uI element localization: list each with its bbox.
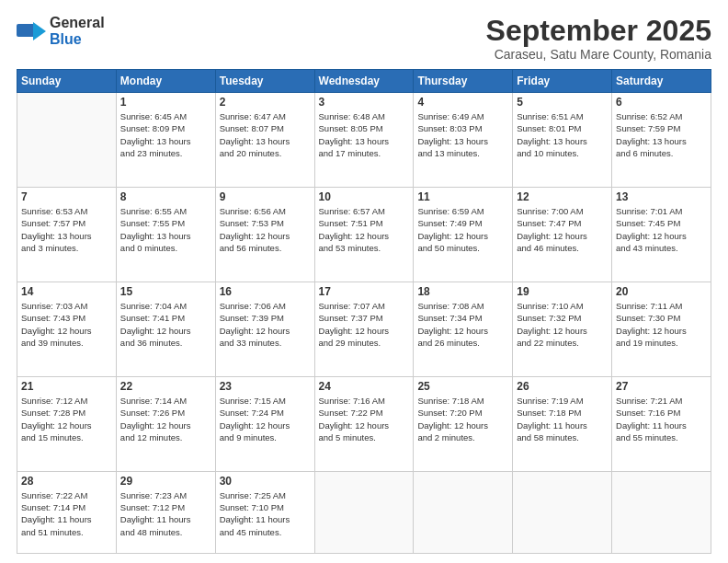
day-info: Sunrise: 7:21 AM Sunset: 7:16 PM Dayligh… [616,395,707,443]
day-info: Sunrise: 7:06 AM Sunset: 7:39 PM Dayligh… [220,300,311,349]
day-info: Sunrise: 6:53 AM Sunset: 7:57 PM Dayligh… [21,205,112,254]
table-row: 9Sunrise: 6:56 AM Sunset: 7:53 PM Daylig… [215,188,314,282]
table-row: 14Sunrise: 7:03 AM Sunset: 7:43 PM Dayli… [17,282,117,377]
day-number: 26 [517,380,608,393]
col-sunday: Sunday [17,70,117,93]
day-number: 17 [319,285,410,298]
table-row: 6Sunrise: 6:52 AM Sunset: 7:59 PM Daylig… [612,93,711,188]
table-row: 27Sunrise: 7:21 AM Sunset: 7:16 PM Dayli… [612,376,711,471]
table-row: 30Sunrise: 7:25 AM Sunset: 7:10 PM Dayli… [215,471,314,553]
day-number: 13 [616,190,707,203]
table-row [17,93,117,188]
day-number: 3 [319,96,410,109]
table-row: 25Sunrise: 7:18 AM Sunset: 7:20 PM Dayli… [414,376,513,471]
day-info: Sunrise: 7:14 AM Sunset: 7:26 PM Dayligh… [120,395,211,443]
day-number: 10 [319,190,410,203]
day-info: Sunrise: 7:03 AM Sunset: 7:43 PM Dayligh… [21,300,112,349]
day-number: 25 [417,380,508,393]
day-number: 30 [220,475,311,488]
table-row: 2Sunrise: 6:47 AM Sunset: 8:07 PM Daylig… [215,93,314,188]
table-row: 28Sunrise: 7:22 AM Sunset: 7:14 PM Dayli… [17,471,117,553]
day-number: 28 [21,475,112,488]
day-number: 2 [220,96,311,109]
day-number: 12 [517,190,608,203]
col-monday: Monday [116,70,215,93]
day-number: 6 [616,96,707,109]
day-info: Sunrise: 7:25 AM Sunset: 7:10 PM Dayligh… [220,489,311,538]
day-info: Sunrise: 7:00 AM Sunset: 7:47 PM Dayligh… [517,205,608,254]
svg-rect-0 [17,24,35,37]
table-row: 3Sunrise: 6:48 AM Sunset: 8:05 PM Daylig… [314,93,414,188]
day-info: Sunrise: 6:55 AM Sunset: 7:55 PM Dayligh… [120,205,211,254]
day-info: Sunrise: 7:01 AM Sunset: 7:45 PM Dayligh… [616,205,707,254]
day-info: Sunrise: 7:18 AM Sunset: 7:20 PM Dayligh… [417,395,508,443]
day-number: 22 [120,380,211,393]
day-number: 7 [21,190,112,203]
table-row: 13Sunrise: 7:01 AM Sunset: 7:45 PM Dayli… [612,188,711,282]
title-section: September 2025 Caraseu, Satu Mare County… [486,15,711,62]
table-row [612,471,711,553]
logo-icon [17,20,46,42]
table-row: 8Sunrise: 6:55 AM Sunset: 7:55 PM Daylig… [116,188,215,282]
day-info: Sunrise: 6:47 AM Sunset: 8:07 PM Dayligh… [220,110,311,159]
table-row: 29Sunrise: 7:23 AM Sunset: 7:12 PM Dayli… [116,471,215,553]
day-number: 24 [319,380,410,393]
table-row: 18Sunrise: 7:08 AM Sunset: 7:34 PM Dayli… [414,282,513,377]
table-row: 23Sunrise: 7:15 AM Sunset: 7:24 PM Dayli… [215,376,314,471]
day-info: Sunrise: 7:19 AM Sunset: 7:18 PM Dayligh… [517,395,608,443]
day-info: Sunrise: 6:57 AM Sunset: 7:51 PM Dayligh… [319,205,410,254]
table-row: 24Sunrise: 7:16 AM Sunset: 7:22 PM Dayli… [314,376,414,471]
day-number: 27 [616,380,707,393]
day-number: 14 [21,285,112,298]
day-info: Sunrise: 6:59 AM Sunset: 7:49 PM Dayligh… [417,205,508,254]
table-row [513,471,612,553]
day-number: 21 [21,380,112,393]
day-number: 11 [417,190,508,203]
col-saturday: Saturday [612,70,711,93]
day-number: 29 [120,475,211,488]
day-info: Sunrise: 7:11 AM Sunset: 7:30 PM Dayligh… [616,300,707,349]
day-number: 5 [517,96,608,109]
logo-general: General [50,15,105,30]
day-number: 18 [417,285,508,298]
day-info: Sunrise: 6:45 AM Sunset: 8:09 PM Dayligh… [120,110,211,159]
table-row: 4Sunrise: 6:49 AM Sunset: 8:03 PM Daylig… [414,93,513,188]
day-info: Sunrise: 7:22 AM Sunset: 7:14 PM Dayligh… [21,489,112,538]
table-row: 20Sunrise: 7:11 AM Sunset: 7:30 PM Dayli… [612,282,711,377]
table-row: 5Sunrise: 6:51 AM Sunset: 8:01 PM Daylig… [513,93,612,188]
day-info: Sunrise: 7:15 AM Sunset: 7:24 PM Dayligh… [220,395,311,443]
day-info: Sunrise: 6:51 AM Sunset: 8:01 PM Dayligh… [517,110,608,159]
day-number: 23 [220,380,311,393]
header: General Blue September 2025 Caraseu, Sat… [17,15,711,62]
day-number: 9 [220,190,311,203]
table-row: 17Sunrise: 7:07 AM Sunset: 7:37 PM Dayli… [314,282,414,377]
day-info: Sunrise: 7:10 AM Sunset: 7:32 PM Dayligh… [517,300,608,349]
table-row: 11Sunrise: 6:59 AM Sunset: 7:49 PM Dayli… [414,188,513,282]
day-number: 16 [220,285,311,298]
table-row [314,471,414,553]
table-row: 21Sunrise: 7:12 AM Sunset: 7:28 PM Dayli… [17,376,117,471]
day-info: Sunrise: 7:23 AM Sunset: 7:12 PM Dayligh… [120,489,211,538]
table-row [414,471,513,553]
col-tuesday: Tuesday [215,70,314,93]
logo: General Blue [17,15,105,48]
calendar-table: Sunday Monday Tuesday Wednesday Thursday… [17,69,711,554]
day-info: Sunrise: 7:04 AM Sunset: 7:41 PM Dayligh… [120,300,211,349]
subtitle: Caraseu, Satu Mare County, Romania [486,47,711,62]
day-info: Sunrise: 6:49 AM Sunset: 8:03 PM Dayligh… [417,110,508,159]
svg-marker-1 [33,22,46,40]
page: General Blue September 2025 Caraseu, Sat… [0,0,728,563]
logo-blue: Blue [50,31,82,47]
day-number: 15 [120,285,211,298]
calendar-header-row: Sunday Monday Tuesday Wednesday Thursday… [17,70,711,93]
day-info: Sunrise: 7:08 AM Sunset: 7:34 PM Dayligh… [417,300,508,349]
day-number: 19 [517,285,608,298]
day-info: Sunrise: 7:12 AM Sunset: 7:28 PM Dayligh… [21,395,112,443]
table-row: 26Sunrise: 7:19 AM Sunset: 7:18 PM Dayli… [513,376,612,471]
table-row: 10Sunrise: 6:57 AM Sunset: 7:51 PM Dayli… [314,188,414,282]
day-info: Sunrise: 6:56 AM Sunset: 7:53 PM Dayligh… [220,205,311,254]
table-row: 15Sunrise: 7:04 AM Sunset: 7:41 PM Dayli… [116,282,215,377]
table-row: 16Sunrise: 7:06 AM Sunset: 7:39 PM Dayli… [215,282,314,377]
table-row: 12Sunrise: 7:00 AM Sunset: 7:47 PM Dayli… [513,188,612,282]
table-row: 22Sunrise: 7:14 AM Sunset: 7:26 PM Dayli… [116,376,215,471]
